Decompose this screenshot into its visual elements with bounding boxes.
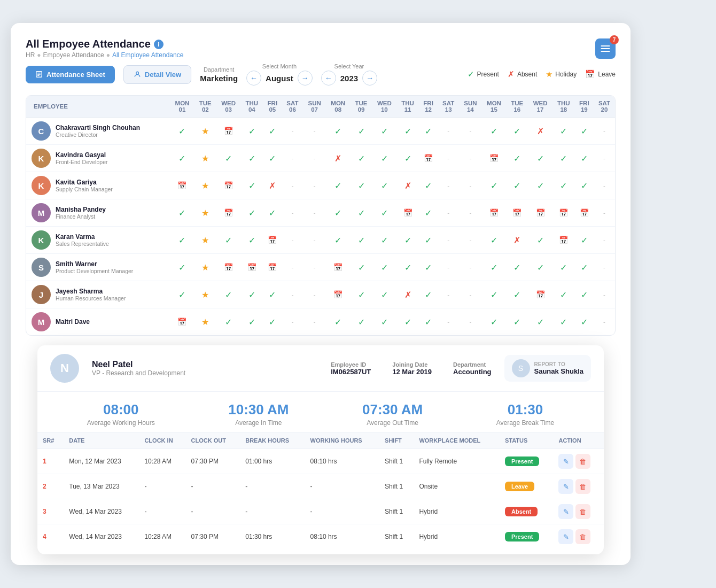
det-workplace: Fully Remote [414, 449, 500, 474]
status-badge: Present [505, 457, 539, 466]
emp-name: Maitri Dave [56, 318, 90, 326]
day-cell: 📅 [552, 227, 575, 254]
year-prev-button[interactable]: ← [321, 71, 336, 86]
det-col-sr: SR# [37, 432, 64, 449]
delete-button[interactable]: 🗑 [575, 454, 590, 469]
check-icon: ✓ [334, 181, 341, 190]
emp-info: S Smith Warner Product Development Manag… [32, 258, 168, 277]
col-18: THU18 [552, 96, 575, 118]
day-cell: ✓ [170, 281, 194, 308]
check-icon: ✓ [334, 208, 341, 218]
day-cell: 📅 [419, 145, 438, 172]
delete-button[interactable]: 🗑 [575, 529, 590, 544]
check-icon: ✓ [178, 236, 185, 245]
calendar-icon: 📅 [536, 290, 545, 299]
day-cell: ✓ [170, 145, 194, 172]
check-icon: ✓ [491, 290, 497, 299]
emp-cell: K Kavindra Gasyal Front-End Developer [26, 145, 170, 172]
day-cell: ✓ [351, 118, 372, 145]
check-icon: ✓ [491, 318, 497, 327]
edit-button[interactable]: ✎ [558, 529, 573, 544]
detail-emp-name: Neel Patel [92, 360, 318, 369]
day-cell: - [282, 172, 303, 199]
detail-meta-dept: Department Accounting [453, 361, 492, 376]
det-clockin: - [139, 474, 185, 499]
day-cell: ✓ [170, 199, 194, 227]
day-cell: - [459, 145, 482, 172]
calendar-icon: 📅 [268, 236, 277, 244]
day-cell: ✓ [240, 199, 263, 227]
check-icon: ✓ [381, 236, 388, 245]
emp-role: Sales Representative [56, 241, 109, 247]
info-icon[interactable]: i [154, 40, 164, 49]
det-shift: Shift 1 [379, 524, 414, 550]
breadcrumb-sep1: ● [37, 51, 41, 59]
day-cell: 📅 [482, 199, 507, 227]
day-cell: ✓ [216, 227, 241, 254]
day-cell: ★ [194, 172, 216, 199]
day-cell: - [459, 281, 482, 308]
day-cell: ✓ [575, 281, 594, 308]
day-cell: ✗ [396, 172, 419, 199]
calendar-icon: 📅 [268, 263, 277, 272]
month-next-button[interactable]: → [298, 71, 313, 86]
det-col-workplace: WORKPLACE MODEL [414, 432, 500, 449]
attendance-sheet-button[interactable]: Attendance Sheet [26, 66, 115, 83]
emp-info: C Chakravarti Singh Chouhan Creative Dir… [32, 121, 168, 141]
legend-holiday-label: Holiday [555, 71, 577, 78]
menu-button[interactable]: 7 [595, 38, 616, 59]
dash-icon: - [469, 264, 471, 270]
detail-view-button[interactable]: Detail View [123, 65, 191, 84]
stat-avg-out-value: 07:30 AM [362, 401, 423, 418]
day-cell: ✓ [372, 227, 396, 254]
check-icon: ✓ [248, 127, 255, 136]
year-next-button[interactable]: → [362, 71, 377, 86]
check-icon: ✓ [404, 127, 411, 136]
day-cell: ✓ [419, 281, 438, 308]
col-07: SUN07 [303, 96, 326, 118]
day-cell: ✓ [482, 254, 507, 281]
day-cell: ✓ [419, 199, 438, 227]
table-row: K Karan Varma Sales Representative ✓★✓✓📅… [26, 227, 615, 254]
edit-button[interactable]: ✎ [558, 479, 573, 494]
day-cell: ✗ [506, 227, 528, 254]
det-action: ✎ 🗑 [553, 449, 604, 474]
day-cell: - [459, 308, 482, 336]
delete-button[interactable]: 🗑 [575, 479, 590, 494]
day-cell: ✓ [482, 308, 507, 336]
month-prev-button[interactable]: ← [246, 71, 261, 86]
month-nav: ← August → [246, 71, 313, 86]
day-cell: ✓ [240, 118, 263, 145]
star-icon: ★ [201, 236, 209, 245]
day-cell: ✓ [372, 254, 396, 281]
day-cell: ✓ [419, 254, 438, 281]
check-icon: ✓ [269, 290, 276, 299]
day-cell: ✓ [575, 254, 594, 281]
det-working: 08:10 hrs [305, 524, 380, 550]
day-cell: - [303, 308, 326, 336]
legend-leave: 📅 Leave [585, 69, 616, 79]
day-cell: - [594, 199, 615, 227]
day-cell: ✓ [506, 118, 528, 145]
dept-label: Dapartment [204, 66, 234, 73]
day-cell: ✓ [396, 145, 419, 172]
star-icon: ★ [201, 263, 209, 272]
notification-badge: 7 [610, 35, 619, 44]
det-break: 01:30 hrs [240, 524, 305, 550]
dash-icon: - [292, 237, 294, 243]
legend-absent: ✗ Absent [508, 69, 537, 79]
col-05: FRI05 [263, 96, 282, 118]
delete-button[interactable]: 🗑 [575, 504, 590, 519]
detail-table-wrap: SR# DATE CLOCK IN CLOCK OUT BREAK HOURS … [37, 432, 604, 554]
calendar-icon: 📅 [224, 263, 233, 272]
day-cell: ✓ [506, 308, 528, 336]
calendar-icon: 📅 [580, 208, 589, 217]
day-cell: ✓ [552, 172, 575, 199]
day-cell: ✓ [528, 172, 552, 199]
joindate-value: 12 Mar 2019 [392, 368, 432, 376]
edit-button[interactable]: ✎ [558, 454, 573, 469]
edit-button[interactable]: ✎ [558, 504, 573, 519]
table-row: S Smith Warner Product Development Manag… [26, 254, 615, 281]
calendar-icon: 📅 [403, 208, 413, 217]
dash-icon: - [603, 210, 605, 216]
